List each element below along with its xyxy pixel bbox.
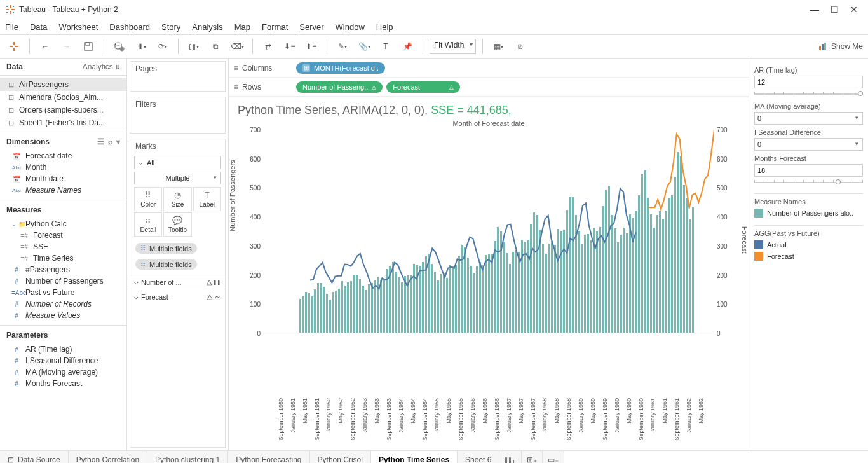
- sheet-tab[interactable]: Python Time Series: [371, 451, 458, 463]
- marks-size[interactable]: ◔Size: [163, 187, 191, 211]
- fit-select[interactable]: Fit Width: [430, 39, 476, 54]
- measure-field[interactable]: #Measure Values: [0, 310, 126, 321]
- marks-color[interactable]: ⠿Color: [134, 187, 162, 211]
- datasource-item[interactable]: ⊡Orders (sample-supers...: [0, 104, 126, 116]
- new-sheet-button[interactable]: ⫿⫿₊: [499, 451, 522, 463]
- columns-shelf[interactable]: ≡Columns ⊞MONTH(Forecast d..: [229, 59, 749, 78]
- dimension-field[interactable]: AbcMonth: [0, 162, 126, 173]
- shelf-forecast[interactable]: ⌵Forecast△ ～: [130, 289, 225, 304]
- mf-slider[interactable]: [754, 178, 863, 187]
- swap-button[interactable]: ⇄: [259, 38, 277, 55]
- menu-data[interactable]: Data: [30, 22, 47, 32]
- measure-field[interactable]: =AbcPast vs Future: [0, 287, 126, 298]
- marks-detail[interactable]: ⠶Detail: [134, 212, 162, 237]
- menu-file[interactable]: File: [5, 22, 18, 32]
- maximize-button[interactable]: ☐: [831, 4, 839, 15]
- menu-dashboard[interactable]: Dashboard: [109, 22, 150, 32]
- sheet-tab[interactable]: Sheet 6: [458, 451, 499, 463]
- marks-field-1[interactable]: ⠿Multiple fields: [135, 243, 197, 254]
- forward-button[interactable]: →: [58, 38, 76, 55]
- menu-worksheet[interactable]: Worksheet: [58, 22, 98, 32]
- measures-folder[interactable]: ⌄ 📁Python Calc: [0, 218, 126, 230]
- menu-analysis[interactable]: Analysis: [192, 22, 222, 32]
- label-button[interactable]: T: [377, 38, 395, 55]
- duplicate-button[interactable]: ⧉: [207, 38, 224, 55]
- columns-pill[interactable]: ⊞MONTH(Forecast d..: [296, 62, 385, 74]
- rows-pill-1[interactable]: Number of Passeng..△: [296, 81, 383, 93]
- dimension-field[interactable]: AbcMeasure Names: [0, 184, 126, 196]
- parameter-field[interactable]: #Months Forecast: [0, 378, 126, 389]
- clear-button[interactable]: ⌫▾: [228, 38, 246, 55]
- rows-shelf[interactable]: ≡Rows Number of Passeng..△ Forecast△: [229, 78, 749, 97]
- search-icon[interactable]: ⌕: [108, 137, 112, 146]
- legend-actual[interactable]: Actual: [754, 239, 863, 251]
- datasource-item[interactable]: ⊞AirPassengers: [0, 78, 126, 91]
- new-datasource-button[interactable]: [111, 38, 128, 55]
- legend-passengers[interactable]: Number of Passengers alo..: [754, 207, 863, 219]
- i-select[interactable]: 0: [754, 138, 863, 151]
- attach-button[interactable]: 📎▾: [355, 38, 373, 55]
- measure-field[interactable]: =#SSE: [0, 241, 126, 252]
- highlight-button[interactable]: ✎▾: [334, 38, 351, 55]
- menu-icon[interactable]: ▾: [116, 137, 120, 146]
- ar-slider[interactable]: [754, 90, 863, 99]
- sort-desc-button[interactable]: ⬆≡: [302, 38, 320, 55]
- measure-field[interactable]: =#Time Series: [0, 252, 126, 264]
- chart-plot[interactable]: Number of Passengers 0100200300400500600…: [238, 130, 740, 397]
- sort-asc-button[interactable]: ⬇≡: [281, 38, 299, 55]
- sheet-tab[interactable]: ⊡Data Source: [0, 451, 69, 463]
- dimension-field[interactable]: 📅Forecast date: [0, 150, 126, 162]
- measure-field[interactable]: =#Forecast: [0, 230, 126, 241]
- tableau-icon[interactable]: [5, 38, 23, 55]
- marks-type-select[interactable]: Multiple: [134, 172, 221, 184]
- datasource-item[interactable]: ⊡Almendra (Socios_Alm...: [0, 91, 126, 104]
- refresh-button[interactable]: ⟳▾: [154, 38, 172, 55]
- parameter-field[interactable]: #I Seasonal Difference: [0, 355, 126, 366]
- menu-format[interactable]: Format: [262, 22, 288, 32]
- new-sheet-button[interactable]: ⊞₊: [522, 451, 543, 463]
- ma-select[interactable]: 0: [754, 112, 863, 125]
- close-button[interactable]: ✕: [850, 4, 858, 15]
- parameter-field[interactable]: #MA (Moving average): [0, 366, 126, 378]
- pin-button[interactable]: 📌: [398, 38, 416, 55]
- save-button[interactable]: [79, 38, 97, 55]
- sheet-tab[interactable]: Python clustering 1: [147, 451, 228, 463]
- data-tab[interactable]: Data: [0, 59, 64, 75]
- menu-server[interactable]: Server: [299, 22, 323, 32]
- ar-input[interactable]: [754, 76, 863, 88]
- sheet-tab[interactable]: Python Forecasting: [228, 451, 309, 463]
- svg-rect-0: [10, 5, 11, 8]
- menu-help[interactable]: Help: [376, 22, 393, 32]
- i-label: I Seasonal Difference: [754, 128, 863, 136]
- analytics-tab[interactable]: Analytics ⇅: [64, 59, 127, 75]
- measure-field[interactable]: #Number of Passengers: [0, 275, 126, 287]
- datasource-item[interactable]: ⊡Sheet1 (Fisher's Iris Da...: [0, 116, 126, 129]
- new-worksheet-button[interactable]: ⫿⫿▾: [185, 38, 203, 55]
- show-me-button[interactable]: Show Me: [818, 42, 863, 51]
- measure-field[interactable]: ##Passengers: [0, 264, 126, 275]
- sheet-tab[interactable]: Python Correlation: [69, 451, 147, 463]
- legend-forecast[interactable]: Forecast: [754, 251, 863, 262]
- presentation-button[interactable]: ⎚: [511, 38, 529, 55]
- view-icon[interactable]: ☰: [97, 137, 104, 146]
- menu-story[interactable]: Story: [161, 22, 180, 32]
- minimize-button[interactable]: —: [810, 4, 819, 15]
- marks-all[interactable]: All: [134, 156, 221, 169]
- marks-label[interactable]: TLabel: [193, 187, 221, 211]
- shelf-number[interactable]: ⌵Number of ...△ ⫿⫿: [130, 275, 225, 289]
- menu-window[interactable]: Window: [336, 22, 365, 32]
- menu-map[interactable]: Map: [234, 22, 250, 32]
- mf-input[interactable]: [754, 164, 863, 177]
- measure-field[interactable]: #Number of Records: [0, 298, 126, 310]
- back-button[interactable]: ←: [36, 38, 54, 55]
- cards-button[interactable]: ▦▾: [489, 38, 507, 55]
- rows-pill-2[interactable]: Forecast△: [386, 81, 460, 93]
- marks-field-2[interactable]: ⠶Multiple fields: [135, 259, 197, 270]
- new-sheet-button[interactable]: ▭₊: [543, 451, 564, 463]
- parameter-field[interactable]: #AR (Time lag): [0, 343, 126, 355]
- dimension-field[interactable]: 📅Month date: [0, 173, 126, 184]
- marks-tooltip[interactable]: 💬Tooltip: [163, 212, 191, 237]
- pause-button[interactable]: ⏸▾: [132, 38, 150, 55]
- ma-label: MA (Moving average): [754, 102, 863, 110]
- sheet-tab[interactable]: Python Crisol: [310, 451, 371, 463]
